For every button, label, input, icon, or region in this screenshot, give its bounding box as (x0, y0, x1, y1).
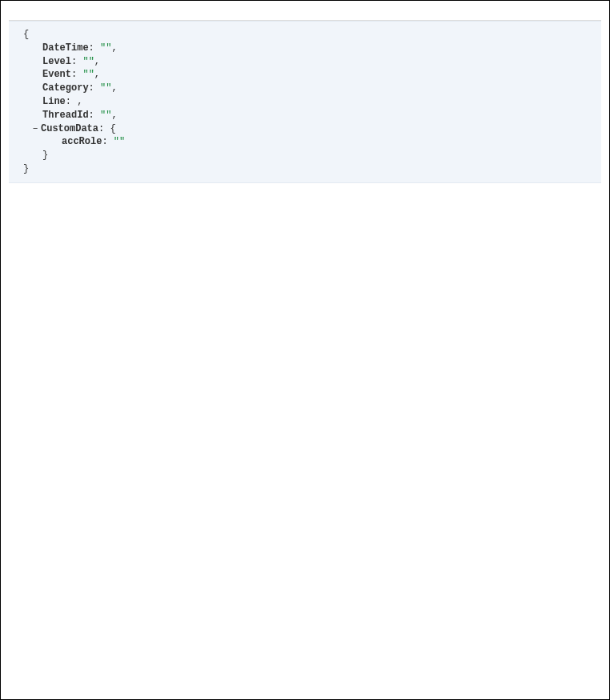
detail-accrole: "" (114, 136, 125, 147)
col-event (113, 14, 201, 21)
collapse-toggle-icon[interactable]: – (31, 122, 39, 136)
col-timestamp (41, 14, 113, 21)
detail-category: "" (100, 82, 111, 94)
breadcrumb-table (9, 14, 601, 21)
col-message (201, 14, 601, 21)
detail-json: { DateTime: "", Level: "", Event: "", Ca… (9, 21, 601, 183)
detail-threadid: "" (100, 110, 111, 121)
detail-level: "" (82, 56, 94, 67)
detail-datetime: "" (100, 42, 111, 54)
detail-event: "" (82, 69, 94, 80)
